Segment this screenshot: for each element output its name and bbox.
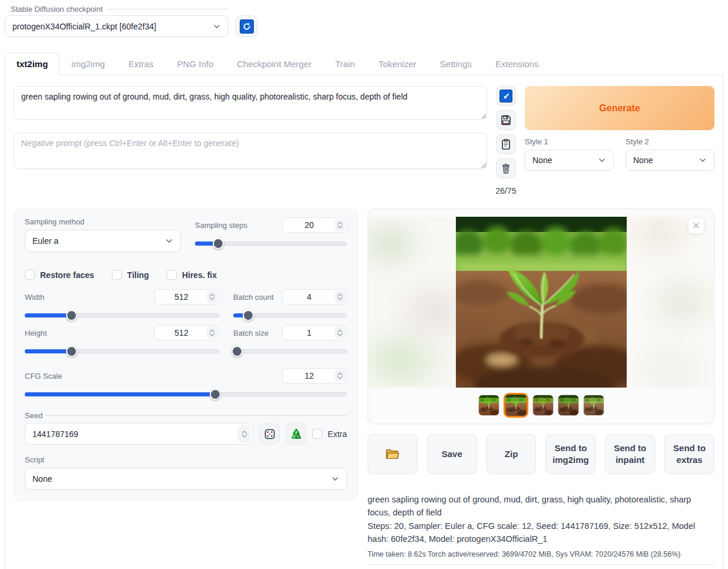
thumbnail-4[interactable] (558, 395, 579, 416)
batch-count-input[interactable] (284, 292, 335, 302)
send-to-extras-button[interactable]: Send to extras (664, 434, 714, 474)
batch-count-slider[interactable] (233, 310, 347, 320)
dice-icon (264, 428, 276, 440)
folder-icon (385, 448, 399, 460)
gallery-blur-left (368, 217, 456, 388)
chevron-down-icon (213, 22, 221, 31)
floppy-disk-icon (500, 114, 512, 126)
gallery-blur-right (627, 217, 714, 388)
checkbox-box (112, 270, 122, 280)
generation-info: green sapling rowing out of ground, mud,… (368, 493, 714, 565)
checkbox-box (312, 429, 322, 439)
sampling-method-select[interactable]: Euler a (25, 230, 181, 252)
stepper-icon[interactable] (335, 219, 345, 231)
cfg-scale-label: CFG Scale (25, 372, 282, 381)
thumbnail-5[interactable] (583, 395, 604, 416)
tab-extras[interactable]: Extras (117, 52, 166, 75)
tab-png-info[interactable]: PNG Info (166, 52, 226, 75)
checkpoint-label: Stable Diffusion checkpoint (11, 5, 103, 14)
height-input[interactable] (156, 328, 207, 338)
thumbnail-1[interactable] (478, 395, 499, 416)
send-to-img2img-button[interactable]: Send to img2img (545, 434, 595, 474)
generation-settings-panel: Sampling method Euler a Sampling steps (14, 209, 358, 501)
negative-prompt-input[interactable] (14, 133, 487, 169)
tab-train[interactable]: Train (323, 52, 367, 75)
seed-input[interactable] (32, 429, 238, 439)
random-seed-button[interactable] (259, 424, 280, 444)
sampling-method-label: Sampling method (25, 217, 181, 226)
open-folder-button[interactable] (368, 434, 418, 474)
send-to-inpaint-button[interactable]: Send to inpaint (605, 434, 655, 474)
thumbnail-3[interactable] (532, 395, 554, 416)
batch-count-numbox (282, 289, 347, 305)
reuse-seed-button[interactable] (286, 424, 306, 444)
batch-size-input[interactable] (284, 328, 335, 338)
thumbnail-strip (368, 393, 714, 418)
batch-size-numbox (282, 325, 347, 340)
zip-button[interactable]: Zip (487, 434, 537, 474)
hires-fix-checkbox[interactable]: Hires. fix (167, 270, 217, 280)
info-prompt-text: green sapling rowing out of ground, mud,… (368, 493, 714, 520)
stepper-icon[interactable] (207, 327, 217, 339)
tab-settings[interactable]: Settings (428, 52, 484, 75)
checkpoint-select[interactable]: protogenX34OfficialR_1.ckpt [60fe2f34] (5, 15, 229, 37)
cfg-scale-input[interactable] (284, 371, 335, 381)
sampling-steps-input[interactable] (284, 220, 335, 230)
height-numbox (154, 325, 219, 340)
height-slider[interactable] (25, 346, 219, 356)
clear-prompt-button[interactable] (496, 158, 516, 178)
close-gallery-button[interactable] (688, 217, 704, 234)
output-gallery (368, 209, 714, 424)
tab-img2img[interactable]: img2img (59, 52, 117, 75)
batch-size-slider[interactable] (233, 346, 347, 356)
script-value: None (32, 474, 52, 484)
batch-size-label: Batch size (233, 329, 282, 338)
extra-seed-checkbox[interactable]: Extra (312, 429, 347, 439)
width-numbox (154, 289, 219, 305)
tab-checkpoint-merger[interactable]: Checkpoint Merger (225, 52, 323, 75)
chevron-down-icon (165, 237, 173, 245)
clipboard-icon (500, 138, 512, 150)
height-label: Height (25, 329, 154, 338)
width-input[interactable] (156, 292, 207, 302)
tab-txt2img[interactable]: txt2img (5, 52, 59, 75)
restore-faces-checkbox[interactable]: Restore faces (25, 270, 94, 280)
stepper-icon[interactable] (335, 327, 345, 339)
script-label: Script (25, 455, 347, 464)
paste-params-button[interactable] (496, 86, 516, 106)
cfg-scale-slider[interactable] (25, 389, 347, 399)
trash-icon (500, 163, 512, 174)
refresh-checkpoints-button[interactable] (236, 15, 257, 37)
chevron-down-icon (598, 156, 606, 164)
sampling-method-value: Euler a (32, 236, 58, 246)
style1-select[interactable]: None (525, 150, 614, 171)
tab-tokenizer[interactable]: Tokenizer (367, 52, 428, 75)
generate-button[interactable]: Generate (525, 86, 714, 130)
script-select[interactable]: None (25, 468, 347, 489)
generated-image[interactable] (456, 217, 627, 388)
stepper-icon[interactable] (335, 291, 345, 303)
width-slider[interactable] (25, 310, 219, 320)
tab-extensions[interactable]: Extensions (484, 52, 550, 75)
thumbnail-2-selected[interactable] (504, 393, 528, 418)
tiling-checkbox[interactable]: Tiling (112, 270, 149, 280)
style1-label: Style 1 (525, 137, 614, 146)
stepper-icon[interactable] (335, 370, 345, 382)
style2-label: Style 2 (626, 137, 714, 146)
prompt-input[interactable]: green sapling rowing out of ground, mud,… (14, 86, 487, 120)
apply-style-button[interactable] (496, 134, 516, 154)
recycle-icon (290, 428, 302, 440)
stepper-icon[interactable] (238, 425, 251, 442)
label-rule (107, 9, 227, 9)
info-params-text: Steps: 20, Sampler: Euler a, CFG scale: … (368, 520, 714, 546)
style2-select[interactable]: None (626, 150, 714, 171)
stepper-icon[interactable] (207, 291, 217, 303)
save-style-button[interactable] (496, 110, 516, 130)
close-icon (693, 222, 700, 229)
save-button[interactable]: Save (427, 434, 477, 474)
info-perf-text: Time taken: 8.62s Torch active/reserved:… (368, 550, 714, 558)
chevron-down-icon (699, 156, 707, 164)
sampling-steps-slider[interactable] (195, 238, 347, 249)
batch-count-label: Batch count (233, 293, 282, 302)
checkbox-box (25, 270, 35, 280)
